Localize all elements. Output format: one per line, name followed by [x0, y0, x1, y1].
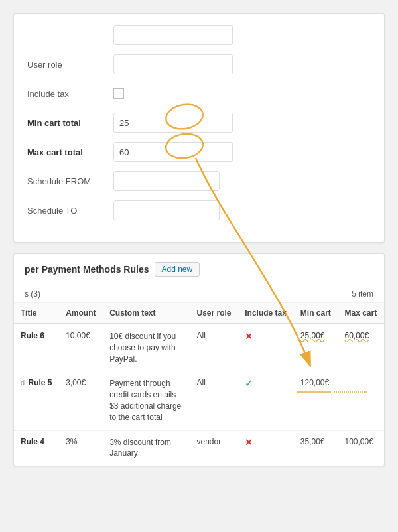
row-min-cart: 35,00€ [294, 430, 338, 466]
col-min-cart: Min cart [294, 303, 338, 324]
items-count: s (3) [25, 289, 40, 299]
include-tax-row: Include tax [27, 83, 371, 104]
table-row: Rule 4 3% 3% discount from January vendo… [14, 430, 384, 466]
table-subheader: s (3) 5 item [14, 285, 384, 303]
table-card: per Payment Methods Rules Add new s (3) … [13, 253, 385, 466]
min-cart-row: Min cart total [27, 112, 371, 133]
row-amount: 10,00€ [59, 324, 103, 371]
table-header: per Payment Methods Rules Add new [14, 254, 384, 285]
schedule-to-label: Schedule TO [27, 206, 113, 216]
row-max-cart: 100,00€ [338, 430, 384, 466]
table-row: d Rule 5 3,00€ Payment through credit ca… [14, 371, 384, 430]
user-role-label: User role [27, 60, 113, 70]
table-head: Title Amount Custom text User role Inclu… [14, 303, 384, 324]
row-title: Rule 4 [14, 430, 59, 466]
include-tax-checkbox[interactable] [113, 88, 124, 99]
row-max-cart [338, 371, 384, 430]
row-max-cart: 60,00€ [338, 324, 384, 371]
col-amount: Amount [59, 303, 103, 324]
row-user-role: All [190, 324, 239, 371]
user-role-input[interactable] [113, 54, 233, 74]
schedule-from-input[interactable] [113, 171, 220, 191]
row-custom-text: 3% discount from January [103, 430, 190, 466]
row-min-cart: 120,00€ [294, 371, 338, 430]
include-tax-label: Include tax [27, 89, 113, 99]
row-title: d Rule 5 [14, 371, 59, 430]
rules-table: Title Amount Custom text User role Inclu… [14, 303, 384, 466]
col-max-cart: Max cart [338, 303, 384, 324]
row-title: Rule 6 [14, 324, 59, 371]
row-include-tax: ✕ [238, 324, 294, 371]
col-user-role: User role [190, 303, 239, 324]
max-cart-row: Max cart total [27, 141, 371, 163]
first-input[interactable] [113, 25, 233, 45]
row-amount: 3% [59, 430, 103, 466]
items-pages: 5 item [352, 289, 373, 299]
table-header-row: Title Amount Custom text User role Inclu… [14, 303, 384, 324]
table-title: per Payment Methods Rules [25, 264, 149, 275]
row-amount: 3,00€ [59, 371, 103, 430]
min-cart-input[interactable] [113, 113, 233, 133]
row-custom-text: 10€ discount if you choose to pay with P… [103, 324, 190, 371]
row-custom-text: Payment through credit cards entails $3 … [103, 371, 190, 430]
row-include-tax: ✕ [238, 430, 294, 466]
max-cart-input[interactable] [113, 142, 233, 162]
max-cart-label: Max cart total [27, 147, 113, 157]
form-card: User role Include tax Min cart total Max… [13, 13, 385, 243]
schedule-to-input[interactable] [113, 200, 220, 220]
first-form-row [27, 25, 371, 46]
schedule-to-row: Schedule TO [27, 200, 371, 221]
col-include-tax: Include tax [238, 303, 294, 324]
table-body: Rule 6 10,00€ 10€ discount if you choose… [14, 324, 384, 466]
col-custom-text: Custom text [103, 303, 190, 324]
table-row: Rule 6 10,00€ 10€ discount if you choose… [14, 324, 384, 371]
row-include-tax: ✓ [238, 371, 294, 430]
row-user-role: vendor [190, 430, 239, 466]
min-cart-label: Min cart total [27, 118, 113, 128]
schedule-from-row: Schedule FROM [27, 170, 371, 192]
row-user-role: All [190, 371, 239, 430]
col-title: Title [14, 303, 59, 324]
user-role-row: User role [27, 54, 371, 75]
add-new-button[interactable]: Add new [155, 262, 200, 277]
schedule-from-label: Schedule FROM [27, 176, 113, 186]
row-min-cart: 25,00€ [294, 324, 338, 371]
